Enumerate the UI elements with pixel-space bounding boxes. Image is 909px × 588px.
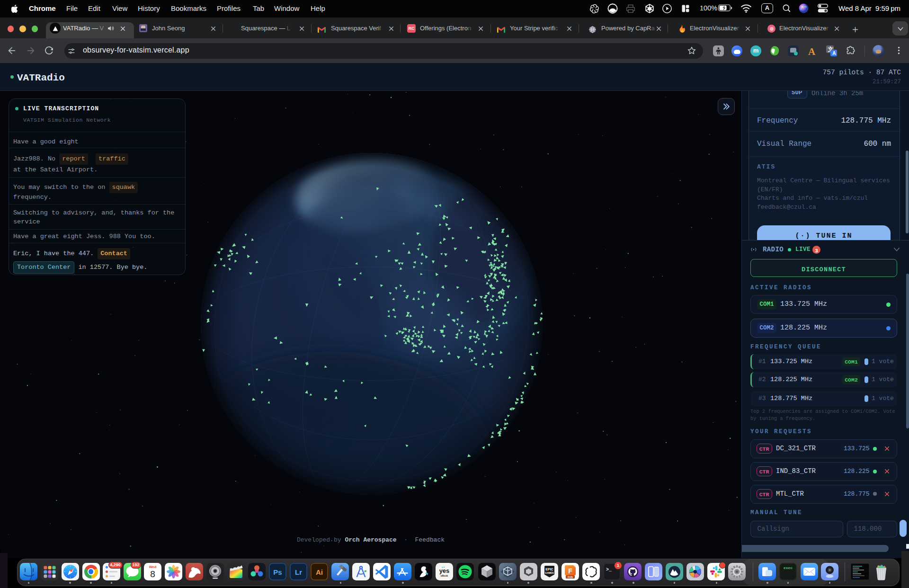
svg-text:FUS: FUS <box>568 576 573 579</box>
svg-text:Ps: Ps <box>273 568 282 576</box>
svg-text:exec: exec <box>783 566 792 570</box>
svg-text:Lr: Lr <box>295 568 302 576</box>
svg-text:EPIC: EPIC <box>545 568 553 571</box>
svg-text:Wed: Wed <box>149 565 157 569</box>
svg-text:eBook: eBook <box>440 574 448 577</box>
svg-text:>_: >_ <box>606 567 612 572</box>
svg-text:GAMES: GAMES <box>545 571 554 574</box>
svg-text:Ai: Ai <box>316 568 323 576</box>
svg-text:yes: yes <box>439 567 449 574</box>
svg-text:8: 8 <box>150 569 155 579</box>
svg-text:F: F <box>568 567 572 575</box>
